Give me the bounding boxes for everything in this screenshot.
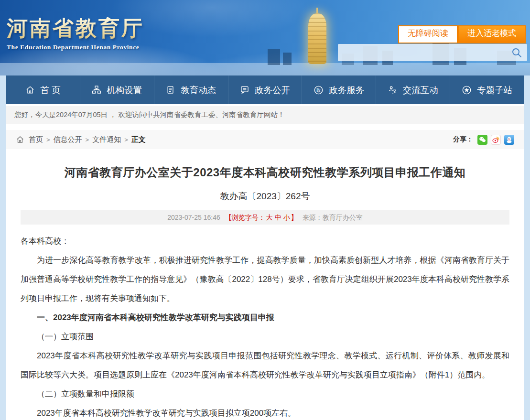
breadcrumb-item-home[interactable]: 首页: [29, 135, 43, 144]
news-doc-icon: [166, 85, 175, 95]
site-logo[interactable]: 河南省教育厅 The Education Department Henan Pr…: [7, 17, 144, 51]
article-title: 河南省教育厅办公室关于2023年度本科高校研究性教学系列项目申报工作通知: [21, 149, 509, 180]
article-section-heading: 一、2023年度河南省本科高校研究性教学改革研究与实践项目申报: [21, 308, 509, 327]
share-label: 分享：: [453, 135, 473, 144]
header-photo-building: [268, 49, 280, 65]
breadcrumb-item-current: 正文: [131, 135, 146, 144]
breadcrumb-item-document-notice[interactable]: 文件通知: [92, 135, 121, 144]
publish-datetime: 2023-07-25 16:46: [167, 214, 220, 221]
breadcrumb-separator: >: [46, 136, 50, 143]
elder-mode-button[interactable]: 进入适老模式: [458, 25, 526, 43]
nav-item-gov-disclosure[interactable]: 政务公开: [228, 75, 303, 104]
interaction-icon: [388, 85, 398, 95]
header-photo-water: [0, 63, 530, 75]
article-body: 各本科高校： 为进一步深化高等教育教学改革，积极推进研究性教学工作，提高教学质量…: [21, 232, 509, 420]
nav-item-label: 政务服务: [329, 84, 364, 96]
font-size-small-button[interactable]: 小: [283, 214, 290, 221]
search-icon[interactable]: [511, 47, 522, 58]
nav-item-education-news[interactable]: 教育动态: [154, 75, 228, 104]
home-icon[interactable]: [16, 135, 24, 144]
article-paragraph: 为进一步深化高等教育教学改革，积极推进研究性教学工作，提高教学质量，加快高素质创…: [21, 251, 509, 308]
nav-item-gov-service[interactable]: 政 政务服务: [302, 75, 376, 104]
nav-item-label: 首 页: [40, 84, 60, 96]
breadcrumb-separator: >: [86, 136, 89, 143]
accessibility-reading-button[interactable]: 无障碍阅读: [398, 25, 458, 43]
nav-item-subsites[interactable]: 专题子站: [450, 75, 524, 104]
article-source: 来源：教育厅办公室: [303, 214, 363, 221]
header-photo-building: [283, 53, 292, 65]
font-size-medium-button[interactable]: 中: [275, 214, 281, 221]
org-chart-icon: [92, 85, 101, 95]
article: 河南省教育厅办公室关于2023年度本科高校研究性教学系列项目申报工作通知 教办高…: [6, 149, 524, 420]
site-logo-subtitle: The Education Department Henan Province: [7, 43, 144, 51]
nav-item-label: 教育动态: [181, 84, 216, 96]
breadcrumb: 首页 > 信息公开 > 文件通知 > 正文 分享：: [6, 130, 524, 149]
home-icon: [25, 85, 35, 95]
main-nav: 首 页 机构设置 教育动态 政务公开: [6, 75, 524, 104]
nav-item-home[interactable]: 首 页: [6, 75, 80, 104]
font-size-label: 【浏览字号：大中小】: [225, 214, 298, 221]
article-paragraph: （二）立项数量和申报限额: [21, 385, 509, 404]
search-input[interactable]: [345, 45, 511, 60]
weibo-icon[interactable]: [491, 135, 501, 145]
main-container: 首 页 机构设置 教育动态 政务公开: [6, 75, 524, 420]
nav-item-label: 机构设置: [107, 84, 142, 96]
header-photo-tower: [308, 13, 326, 64]
subsite-icon: [462, 85, 472, 95]
article-paragraph: 2023年度省本科高校研究性教学改革研究与实践项目申报范围包括研究性教学理念、教…: [21, 346, 509, 385]
font-size-large-button[interactable]: 大: [266, 214, 273, 221]
article-paragraph: 各本科高校：: [21, 232, 509, 251]
qq-icon[interactable]: [504, 135, 514, 145]
nav-item-label: 政务公开: [255, 84, 290, 96]
header-mode-buttons: 无障碍阅读 进入适老模式: [398, 25, 526, 43]
article-paragraph: 2023年度省本科高校研究性教学改革研究与实践项目拟立项200项左右。: [21, 404, 509, 420]
nav-item-organization[interactable]: 机构设置: [80, 75, 154, 104]
search-bar: [338, 44, 527, 61]
wechat-icon[interactable]: [477, 135, 487, 145]
svg-text:政: 政: [316, 87, 321, 93]
site-logo-title: 河南省教育厅: [7, 17, 144, 40]
nav-item-label: 专题子站: [477, 84, 512, 96]
gov-service-icon: 政: [314, 85, 324, 95]
open-gov-icon: [240, 85, 249, 95]
article-meta-bar: 2023-07-25 16:46【浏览字号：大中小】来源：教育厅办公室: [21, 210, 509, 225]
document-number: 教办高〔2023〕262号: [21, 190, 509, 203]
site-header: 河南省教育厅 The Education Department Henan Pr…: [0, 0, 530, 75]
breadcrumb-item-info-disclosure[interactable]: 信息公开: [54, 135, 82, 144]
breadcrumb-separator: >: [124, 136, 128, 143]
nav-item-label: 交流互动: [403, 84, 438, 96]
nav-item-interaction[interactable]: 交流互动: [376, 75, 450, 104]
welcome-bar: 您好，今天是2024年07月05日 ， 欢迎访问中共河南省委教育工委、河南省教育…: [6, 106, 524, 124]
share-bar: 分享：: [453, 135, 514, 145]
article-paragraph: （一）立项范围: [21, 327, 509, 346]
